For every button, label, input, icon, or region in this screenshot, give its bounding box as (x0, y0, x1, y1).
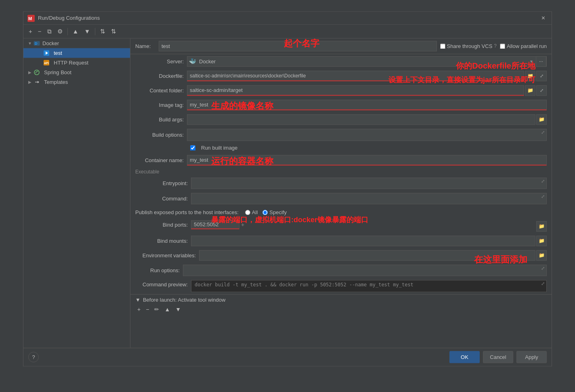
sort2-button[interactable]: ⇅ (109, 27, 118, 36)
spring-boot-label: Spring Boot (44, 69, 71, 75)
bind-ports-label: Bind ports: (135, 220, 188, 228)
right-panel: Name: 起个名字 Share through VCS ? Allow par… (130, 38, 552, 348)
bind-ports-browse-button[interactable]: 📁 (536, 221, 547, 231)
container-name-input[interactable] (187, 155, 547, 165)
run-built-image-row: Run built image (130, 143, 552, 153)
close-button[interactable]: × (539, 14, 548, 23)
before-launch-toggle[interactable]: ▼ Before launch: Activate tool window (135, 297, 547, 303)
bind-ports-row: Bind ports: 5052:5052 + 📁 暴露的端口，虚拟机端口:do… (130, 218, 552, 234)
sidebar-item-http-request[interactable]: API HTTP Request (23, 58, 130, 67)
svg-text:D: D (35, 42, 38, 46)
move-down-button[interactable]: ▼ (82, 27, 92, 36)
title-bar: M Run/Debug Configurations × (23, 12, 552, 25)
context-folder-browse-button[interactable]: 📁 (525, 85, 535, 96)
command-label: Command: (135, 196, 188, 202)
apply-button[interactable]: Apply (516, 351, 547, 363)
port-add-button[interactable]: + (241, 221, 244, 228)
run-built-image-checkbox[interactable] (190, 145, 195, 150)
before-launch-edit-button[interactable]: ✏ (152, 305, 161, 313)
toolbar: + − ⧉ ⚙ ▲ ▼ ⇅ ⇅ (23, 25, 552, 38)
command-preview-expand-button[interactable]: ⤢ (540, 281, 546, 287)
context-folder-input-group: 📁 ⤢ (187, 85, 547, 96)
sidebar-item-docker[interactable]: ▼ D Docker (23, 38, 130, 48)
dockerfile-browse-button[interactable]: 📁 (525, 71, 535, 81)
sort-button[interactable]: ⇅ (98, 27, 107, 36)
radio-specify-text: Specify (269, 209, 287, 215)
bind-mounts-browse-button[interactable]: 📁 (536, 236, 547, 246)
command-input[interactable] (191, 193, 547, 204)
radio-all-text: All (252, 209, 258, 215)
sidebar-item-test[interactable]: test (23, 48, 130, 58)
run-options-input[interactable] (183, 265, 547, 276)
share-vcs-checkbox[interactable] (440, 44, 445, 49)
image-tag-input[interactable] (187, 100, 547, 110)
add-config-button[interactable]: + (27, 27, 34, 36)
sidebar-item-templates[interactable]: ▶ Templates (23, 77, 130, 87)
command-row: Command: ⤢ (130, 191, 552, 206)
before-launch-remove-button[interactable]: − (144, 305, 151, 313)
remove-config-button[interactable]: − (36, 27, 44, 36)
docker-folder-icon: D (33, 40, 40, 47)
dockerfile-input[interactable] (187, 71, 524, 81)
help-button[interactable]: ? (28, 352, 39, 362)
publish-ports-radio-group: All Specify (245, 209, 287, 215)
env-vars-input[interactable] (199, 250, 535, 261)
bind-mounts-row: Bind mounts: 📁 (130, 234, 552, 248)
name-label: Name: (135, 43, 155, 49)
cancel-button[interactable]: Cancel (483, 351, 513, 363)
bind-mounts-input[interactable] (191, 236, 535, 246)
env-vars-browse-button[interactable]: 📁 (536, 250, 547, 261)
dockerfile-label: Dockerfile: (135, 73, 184, 79)
radio-all-label[interactable]: All (245, 209, 258, 215)
server-row: Server: 🐳 ▼ ··· (130, 54, 552, 69)
entrypoint-input[interactable] (191, 177, 547, 189)
test-label: test (54, 50, 62, 56)
context-folder-row: Context folder: 📁 ⤢ 设置上下文目录，直接设置为jar所在目录… (130, 83, 552, 98)
radio-all[interactable] (245, 210, 250, 215)
share-vcs-option: Share through VCS ? (440, 43, 497, 49)
build-args-browse-button[interactable]: 📁 (536, 114, 547, 125)
build-options-label: Build options: (135, 132, 184, 138)
command-expand-button[interactable]: ⤢ (540, 194, 546, 200)
build-args-input[interactable] (187, 114, 535, 125)
entrypoint-label: Entrypoint: (135, 180, 188, 186)
dockerfile-expand-button[interactable]: ⤢ (536, 71, 547, 81)
allow-parallel-checkbox[interactable] (500, 44, 505, 49)
test-run-icon (43, 49, 50, 56)
server-docker-icon: 🐳 (187, 58, 197, 65)
before-launch-down-button[interactable]: ▼ (173, 305, 183, 313)
build-args-row: Build args: 📁 (130, 112, 552, 127)
radio-specify-label[interactable]: Specify (262, 209, 287, 215)
run-built-image-label: Run built image (201, 145, 237, 151)
svg-text:M: M (28, 16, 32, 21)
before-launch-up-button[interactable]: ▲ (162, 305, 172, 313)
context-folder-input[interactable] (187, 85, 524, 96)
build-options-expand-button[interactable]: ⤢ (540, 129, 546, 136)
move-up-button[interactable]: ▲ (71, 27, 81, 36)
command-preview-input-group: docker build -t my_test . && docker run … (191, 280, 547, 292)
build-options-input[interactable] (187, 129, 547, 141)
command-input-group: ⤢ (191, 193, 547, 204)
radio-specify[interactable] (262, 210, 268, 215)
run-options-expand-button[interactable]: ⤢ (540, 265, 546, 271)
server-more-button[interactable]: ··· (536, 56, 546, 67)
sidebar-item-spring-boot[interactable]: ▶ Spring Boot (23, 67, 130, 77)
allow-parallel-label: Allow parallel run (507, 43, 547, 49)
ok-button[interactable]: OK (449, 351, 480, 363)
context-folder-label: Context folder: (135, 88, 184, 94)
run-options-input-group: ⤢ (183, 265, 547, 276)
command-preview-label: Command preview: (135, 280, 188, 288)
command-preview-row: Command preview: docker build -t my_test… (130, 278, 552, 294)
context-folder-expand-button[interactable]: ⤢ (536, 85, 547, 96)
container-name-row: Container name: (130, 153, 552, 167)
server-value[interactable] (197, 56, 527, 66)
before-launch-add-button[interactable]: + (135, 305, 143, 313)
copy-config-button[interactable]: ⧉ (45, 27, 54, 36)
env-vars-label: Environment variables: (135, 252, 196, 259)
command-preview-value: docker build -t my_test . && docker run … (191, 280, 547, 292)
entrypoint-expand-button[interactable]: ⤢ (540, 178, 546, 184)
templates-arrow: ▶ (27, 80, 33, 84)
image-tag-label: Image tag: (135, 102, 184, 108)
name-input[interactable] (159, 41, 437, 51)
settings-config-button[interactable]: ⚙ (55, 27, 65, 36)
